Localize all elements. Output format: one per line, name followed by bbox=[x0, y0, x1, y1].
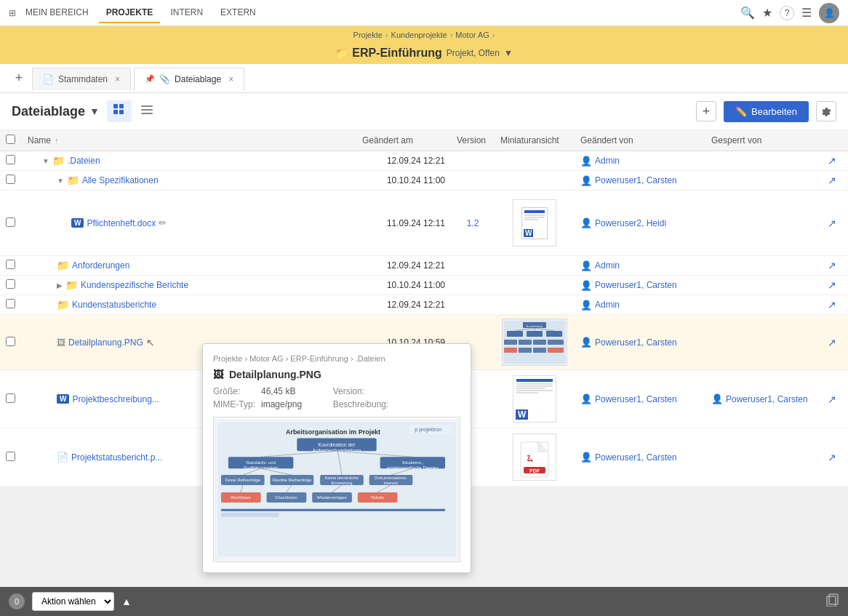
row-action[interactable]: ↗ bbox=[822, 191, 848, 256]
row-select-checkbox[interactable] bbox=[6, 175, 15, 184]
row-checkbox[interactable] bbox=[0, 191, 22, 256]
external-link-icon[interactable]: ↗ bbox=[828, 452, 836, 463]
row-thumbnail: Koordination bbox=[495, 315, 575, 370]
user-link[interactable]: Poweruser1, Carsten bbox=[595, 337, 677, 348]
row-select-checkbox[interactable] bbox=[6, 279, 15, 289]
nav-extern[interactable]: EXTERN bbox=[213, 3, 263, 23]
collapse-icon[interactable]: ▼ bbox=[57, 177, 64, 185]
header-changed-at[interactable]: Geändert am bbox=[356, 130, 451, 151]
user-link[interactable]: Poweruser1, Carsten bbox=[595, 175, 677, 185]
title-chevron-icon[interactable]: ▼ bbox=[89, 105, 100, 117]
version-link[interactable]: 1.2 bbox=[467, 218, 479, 228]
external-link-icon[interactable]: ↗ bbox=[828, 260, 836, 271]
user-icon: 👤 bbox=[580, 175, 592, 186]
file-link[interactable]: Kundenstatusberichte bbox=[72, 300, 156, 310]
external-link-icon[interactable]: ↗ bbox=[828, 299, 836, 311]
row-checkbox[interactable] bbox=[0, 370, 22, 428]
nav-intern[interactable]: INTERN bbox=[163, 3, 210, 23]
row-action[interactable]: ↗ bbox=[822, 171, 848, 191]
user-link[interactable]: Admin bbox=[595, 260, 620, 271]
row-action[interactable]: ↗ bbox=[822, 151, 848, 171]
external-link-icon[interactable]: ↗ bbox=[828, 337, 836, 348]
tab-dateiablage[interactable]: 📌 📎 Dateiablage × bbox=[134, 68, 244, 91]
row-action[interactable]: ↗ bbox=[822, 315, 848, 370]
file-link[interactable]: Detailplanung.PNG bbox=[68, 337, 143, 348]
external-link-icon[interactable]: ↗ bbox=[828, 217, 836, 229]
row-select-checkbox[interactable] bbox=[6, 452, 15, 461]
avatar[interactable]: 👤 bbox=[819, 3, 839, 23]
popup-filename: 🖼 Detailplanung.PNG bbox=[213, 369, 460, 380]
edit-button[interactable]: ✏️ Bearbeiten bbox=[724, 101, 809, 122]
header-thumbnail[interactable]: Miniaturansicht bbox=[495, 130, 575, 151]
row-action[interactable]: ↗ bbox=[822, 256, 848, 276]
file-link[interactable]: Alle Spezifikationen bbox=[82, 175, 159, 185]
tab-stammdaten-close[interactable]: × bbox=[115, 74, 120, 84]
tab-dateiablage-close[interactable]: × bbox=[228, 74, 233, 84]
locked-by-link[interactable]: Poweruser1, Carsten bbox=[726, 394, 808, 404]
row-checkbox[interactable] bbox=[0, 295, 22, 315]
collapse-icon[interactable]: ▼ bbox=[42, 157, 49, 165]
file-link[interactable]: .Dateien bbox=[68, 156, 100, 166]
external-link-icon[interactable]: ↗ bbox=[828, 175, 836, 186]
header-changed-by[interactable]: Geändert von bbox=[575, 130, 705, 151]
add-tab-button[interactable]: + bbox=[9, 68, 29, 89]
search-icon[interactable]: 🔍 bbox=[740, 6, 755, 20]
settings-button[interactable] bbox=[816, 101, 836, 121]
edit-inline-icon[interactable]: ✏ bbox=[159, 217, 167, 228]
expand-button[interactable]: ▲ bbox=[121, 596, 132, 607]
file-link[interactable]: Pflichtenheft.docx bbox=[87, 218, 156, 228]
row-action[interactable]: ↗ bbox=[822, 428, 848, 487]
breadcrumb-projekte[interactable]: Projekte bbox=[353, 31, 383, 39]
user-link[interactable]: Poweruser1, Carsten bbox=[595, 280, 677, 290]
expand-icon[interactable]: ▶ bbox=[57, 281, 63, 289]
row-action[interactable]: ↗ bbox=[822, 276, 848, 295]
view-grid-button[interactable] bbox=[107, 100, 132, 122]
user-link[interactable]: Poweruser1, Carsten bbox=[595, 452, 677, 463]
user-link[interactable]: Admin bbox=[595, 156, 620, 166]
chevron-down-icon[interactable]: ▼ bbox=[504, 48, 513, 58]
popup-diagram-preview: p projektron Arbeitsorganisation im Proj… bbox=[214, 418, 460, 561]
star-icon[interactable]: ★ bbox=[762, 6, 772, 20]
breadcrumb-motor-ag[interactable]: Motor AG bbox=[455, 31, 489, 39]
file-link[interactable]: Projektstatusbericht.p... bbox=[71, 452, 162, 463]
select-all-checkbox[interactable] bbox=[6, 135, 15, 144]
row-checkbox[interactable] bbox=[0, 256, 22, 276]
menu-icon[interactable]: ☰ bbox=[801, 6, 812, 20]
header-version[interactable]: Version bbox=[451, 130, 495, 151]
user-link[interactable]: Admin bbox=[595, 300, 620, 310]
user-link[interactable]: Poweruser1, Carsten bbox=[595, 394, 677, 404]
row-checkbox[interactable] bbox=[0, 276, 22, 295]
header-name[interactable]: Name ↑ bbox=[22, 130, 356, 151]
nav-projekte[interactable]: PROJEKTE bbox=[99, 3, 161, 23]
row-checkbox[interactable] bbox=[0, 428, 22, 487]
row-action[interactable]: ↗ bbox=[822, 295, 848, 315]
nav-mein-bereich[interactable]: MEIN BEREICH bbox=[18, 3, 96, 23]
header-checkbox[interactable] bbox=[0, 130, 22, 151]
file-link[interactable]: Kundenspezifische Berichte bbox=[81, 280, 188, 290]
svg-rect-72 bbox=[221, 513, 279, 517]
row-checkbox[interactable] bbox=[0, 151, 22, 171]
action-select[interactable]: Aktion wählen bbox=[32, 592, 114, 611]
external-link-icon[interactable]: ↗ bbox=[828, 155, 836, 167]
row-select-checkbox[interactable] bbox=[6, 393, 15, 403]
external-link-icon[interactable]: ↗ bbox=[828, 279, 836, 291]
view-list-button[interactable] bbox=[135, 100, 159, 122]
help-icon[interactable]: ? bbox=[780, 6, 794, 20]
user-link[interactable]: Poweruser2, Heidi bbox=[595, 218, 666, 228]
breadcrumb-kundenprojekte[interactable]: Kundenprojekte bbox=[391, 31, 447, 39]
external-link-icon[interactable]: ↗ bbox=[828, 393, 836, 405]
row-select-checkbox[interactable] bbox=[6, 337, 15, 346]
row-checkbox[interactable] bbox=[0, 171, 22, 191]
row-action[interactable]: ↗ bbox=[822, 370, 848, 428]
add-button[interactable]: + bbox=[696, 101, 716, 121]
tab-stammdaten[interactable]: 📄 Stammdaten × bbox=[32, 68, 131, 90]
row-select-checkbox[interactable] bbox=[6, 299, 15, 308]
copy-button[interactable] bbox=[826, 593, 839, 609]
header-locked-by[interactable]: Gesperrt von bbox=[705, 130, 822, 151]
row-select-checkbox[interactable] bbox=[6, 155, 15, 164]
file-link[interactable]: Anforderungen bbox=[72, 260, 129, 271]
file-link[interactable]: Projektbeschreibung... bbox=[72, 394, 159, 404]
row-select-checkbox[interactable] bbox=[6, 217, 15, 227]
row-checkbox[interactable] bbox=[0, 315, 22, 370]
row-select-checkbox[interactable] bbox=[6, 260, 15, 269]
